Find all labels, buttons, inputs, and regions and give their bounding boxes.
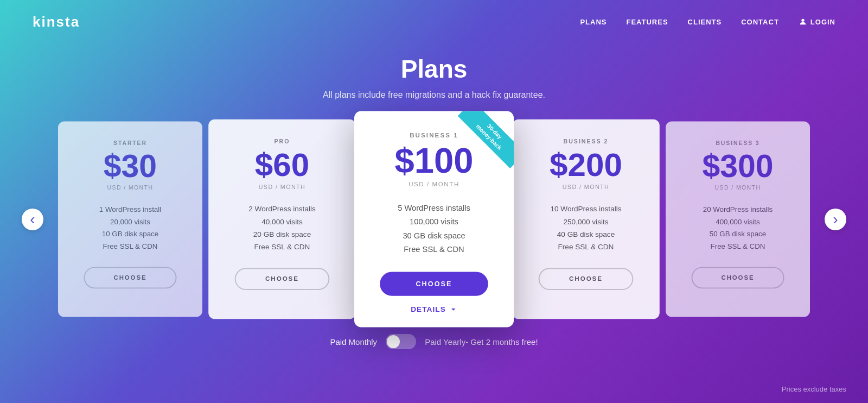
feature-item: 40 GB disk space — [527, 228, 644, 241]
plan-card-business1: 30-daymoney-back BUSINESS 1 $100 USD / M… — [354, 111, 514, 328]
next-arrow-button[interactable]: › — [825, 209, 846, 230]
plan-features: 1 WordPress install 20,000 visits 10 GB … — [73, 203, 188, 253]
nav-link-contact[interactable]: CONTACT — [741, 18, 779, 26]
plan-unit: USD / MONTH — [73, 184, 188, 190]
plans-section: ‹ STARTER $30 USD / MONTH 1 WordPress in… — [0, 116, 868, 322]
plan-price: $60 — [223, 149, 341, 181]
feature-item: 5 WordPress installs — [370, 201, 497, 215]
feature-item: Free SSL & CDN — [370, 242, 497, 256]
feature-item: 10 WordPress installs — [527, 203, 644, 215]
plan-name: BUSINESS 3 — [680, 140, 796, 146]
chevron-down-icon — [449, 305, 457, 313]
plan-unit: USD / MONTH — [680, 184, 796, 190]
login-button[interactable]: LOGIN — [799, 17, 835, 26]
plan-card-business3: BUSINESS 3 $300 USD / MONTH 20 WordPress… — [666, 121, 810, 317]
feature-item: Free SSL & CDN — [223, 241, 341, 253]
nav-link-features[interactable]: FEATURES — [627, 18, 668, 26]
billing-toggle-section: Paid Monthly Paid Yearly- Get 2 months f… — [0, 334, 868, 355]
ribbon-text: 30-daymoney-back — [458, 111, 514, 168]
choose-button-business1[interactable]: CHOOSE — [380, 272, 488, 296]
hero-subtitle: All plans include free migrations and a … — [0, 90, 868, 100]
plans-container: STARTER $30 USD / MONTH 1 WordPress inst… — [54, 116, 814, 322]
feature-item: 10 GB disk space — [73, 228, 188, 240]
choose-button-business2[interactable]: CHOOSE — [539, 268, 633, 290]
feature-item: Free SSL & CDN — [527, 241, 644, 253]
navigation: kinsta PLANS FEATURES CLIENTS CONTACT LO… — [0, 0, 868, 43]
toggle-track — [386, 334, 416, 349]
feature-item: 1 WordPress install — [73, 203, 188, 216]
plan-features: 2 WordPress installs 40,000 visits 20 GB… — [223, 203, 341, 253]
feature-item: 30 GB disk space — [370, 229, 497, 242]
choose-button-starter[interactable]: CHOOSE — [84, 267, 176, 288]
ribbon: 30-daymoney-back — [451, 111, 514, 174]
feature-item: 50 GB disk space — [680, 228, 796, 240]
hero-section: Plans All plans include free migrations … — [0, 43, 868, 116]
plan-price: $30 — [73, 150, 188, 182]
choose-button-pro[interactable]: CHOOSE — [235, 268, 329, 290]
yearly-label: Paid Yearly- Get 2 months free! — [425, 337, 538, 347]
feature-item: 400,000 visits — [680, 215, 796, 228]
feature-item: 20,000 visits — [73, 215, 188, 228]
plan-unit: USD / MONTH — [223, 184, 341, 190]
plan-price: $200 — [527, 149, 644, 181]
plan-name: PRO — [223, 138, 341, 145]
details-link[interactable]: DETAILS — [370, 305, 497, 314]
plan-features: 10 WordPress installs 250,000 visits 40 … — [527, 203, 644, 253]
plan-unit: USD / MONTH — [370, 181, 497, 188]
feature-item: 20 GB disk space — [223, 228, 341, 241]
plan-card-pro: PRO $60 USD / MONTH 2 WordPress installs… — [208, 119, 356, 319]
nav-link-clients[interactable]: CLIENTS — [688, 18, 722, 26]
plan-name: STARTER — [73, 140, 188, 146]
page-title: Plans — [0, 54, 868, 84]
monthly-label: Paid Monthly — [330, 337, 377, 347]
plan-card-starter: STARTER $30 USD / MONTH 1 WordPress inst… — [58, 121, 202, 317]
feature-item: Free SSL & CDN — [680, 240, 796, 253]
plan-features: 20 WordPress installs 400,000 visits 50 … — [680, 203, 796, 253]
feature-item: 2 WordPress installs — [223, 203, 341, 215]
svg-point-0 — [801, 19, 804, 22]
billing-toggle[interactable] — [386, 334, 416, 349]
logo: kinsta — [33, 14, 80, 30]
plan-unit: USD / MONTH — [527, 184, 644, 190]
feature-item: 20 WordPress installs — [680, 203, 796, 216]
feature-item: 100,000 visits — [370, 215, 497, 229]
nav-link-plans[interactable]: PLANS — [580, 18, 607, 26]
feature-item: 250,000 visits — [527, 215, 644, 228]
plan-features: 5 WordPress installs 100,000 visits 30 G… — [370, 201, 497, 256]
toggle-thumb — [387, 335, 400, 348]
user-icon — [799, 17, 807, 26]
nav-links: PLANS FEATURES CLIENTS CONTACT LOGIN — [580, 17, 835, 27]
plan-price: $300 — [680, 150, 796, 182]
plan-name: BUSINESS 2 — [527, 138, 644, 145]
choose-button-business3[interactable]: CHOOSE — [692, 267, 784, 288]
prices-exclude-note: Prices exclude taxes — [782, 385, 846, 393]
feature-item: 40,000 visits — [223, 215, 341, 228]
feature-item: Free SSL & CDN — [73, 240, 188, 253]
prev-arrow-button[interactable]: ‹ — [22, 209, 43, 230]
plan-card-business2: BUSINESS 2 $200 USD / MONTH 10 WordPress… — [512, 119, 660, 319]
